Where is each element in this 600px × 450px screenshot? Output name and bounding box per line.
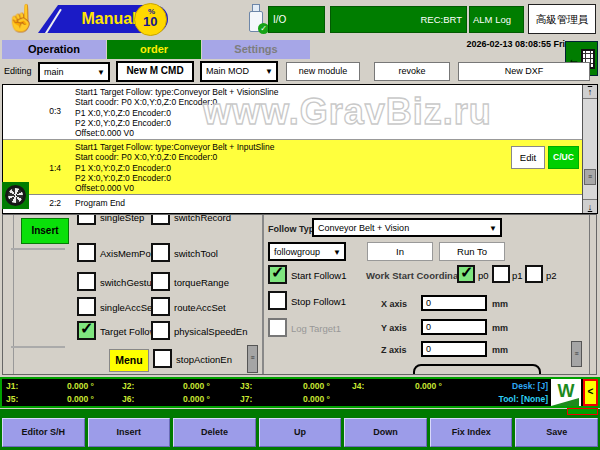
checkbox-label: switchRecord bbox=[174, 214, 231, 223]
program-row-text: Program End bbox=[75, 198, 125, 208]
scroll-bottom-button[interactable]: ↓ bbox=[583, 199, 597, 213]
down-button[interactable]: Down bbox=[344, 418, 427, 447]
x-axis-input[interactable]: 0 bbox=[421, 295, 487, 311]
checkbox-stop-follow[interactable] bbox=[268, 291, 287, 310]
fix-index-button[interactable]: Fix Index bbox=[430, 418, 513, 447]
z-axis-input[interactable]: 0 bbox=[421, 341, 487, 357]
tab-operation[interactable]: Operation bbox=[2, 40, 106, 59]
checkbox-p0[interactable]: ✓ bbox=[457, 265, 475, 283]
program-list: 0:3 Start1 Target Follow: type:Conveyor … bbox=[2, 84, 598, 214]
speed-badge[interactable]: % 10 bbox=[134, 3, 167, 36]
checkbox-p1[interactable] bbox=[492, 265, 510, 283]
edit-button[interactable]: Edit bbox=[511, 146, 545, 169]
checkbox-p2[interactable] bbox=[525, 265, 543, 283]
checkbox-torquerange[interactable] bbox=[151, 272, 170, 291]
module-select[interactable]: Main MOD ▼ bbox=[200, 61, 278, 82]
program-select-value: main bbox=[44, 67, 64, 77]
chevron-down-icon: ▼ bbox=[333, 248, 341, 257]
joint-label: J4: bbox=[352, 381, 364, 391]
admin-level-button[interactable]: 高級管理員 bbox=[528, 4, 596, 34]
menu-button[interactable]: Menu bbox=[109, 349, 149, 372]
checkbox-targetfollow[interactable]: ✓ bbox=[77, 321, 96, 340]
scrollbar-thumb[interactable]: ≡ bbox=[247, 345, 258, 373]
program-row-selected[interactable]: 1:4 Start1 Target Follow: type:Conveyor … bbox=[3, 139, 582, 195]
new-m-cmd-button[interactable]: New M CMD bbox=[116, 61, 194, 82]
checkbox-label: routeAccSet bbox=[174, 302, 226, 313]
hand-pointer-icon: ☝ bbox=[5, 3, 37, 34]
datetime-label: 2026-02-13 08:08:55 Fri bbox=[410, 39, 565, 49]
alarm-log-button[interactable]: ALM Log bbox=[469, 6, 524, 33]
y-axis-unit: mm bbox=[492, 323, 508, 333]
divider bbox=[262, 215, 264, 375]
checkbox-label: Target Follow bbox=[100, 326, 157, 337]
tab-settings[interactable]: Settings bbox=[202, 40, 310, 59]
joint-label: J7: bbox=[240, 394, 252, 404]
io-button[interactable]: I/O bbox=[268, 6, 325, 33]
program-row-index: 1:4 bbox=[33, 163, 61, 173]
speed-value: 10 bbox=[143, 15, 166, 28]
x-axis-label: X axis bbox=[381, 299, 407, 309]
checkbox-singleaccset[interactable] bbox=[77, 297, 96, 316]
start-follow-label: Start Follow1 bbox=[291, 270, 346, 281]
clipped-next-field bbox=[413, 364, 541, 375]
joint-label: J5: bbox=[6, 394, 18, 404]
checkbox-axismempos[interactable] bbox=[77, 243, 96, 262]
program-row[interactable]: 2:2 Program End bbox=[3, 195, 582, 213]
logo-letter: W bbox=[551, 379, 581, 403]
scrollbar-thumb[interactable]: ≡ bbox=[571, 341, 582, 367]
stop-follow-label: Stop Follow1 bbox=[291, 296, 346, 307]
tool-status: Tool: [None] bbox=[438, 394, 548, 404]
p2-label: p2 bbox=[546, 270, 557, 281]
insert-button[interactable]: Insert bbox=[88, 418, 171, 447]
program-row-text: Start1 Target Follow: type:Conveyor Belt… bbox=[75, 142, 274, 193]
bottom-toolbar: Editor S/H Insert Delete Up Down Fix Ind… bbox=[0, 415, 600, 450]
brand-logo: W bbox=[551, 379, 581, 406]
scrollbar-thumb[interactable]: ≡ bbox=[584, 169, 596, 185]
checkbox-switchtool[interactable] bbox=[151, 243, 170, 262]
program-list-scrollbar[interactable]: ↑ ≡ ↓ bbox=[582, 85, 597, 213]
collapse-panel-button[interactable]: < bbox=[583, 379, 598, 406]
delete-button[interactable]: Delete bbox=[173, 418, 256, 447]
checkbox-log-target[interactable] bbox=[268, 318, 287, 337]
checkbox-routeaccset[interactable] bbox=[151, 297, 170, 316]
follow-group-value: followgroup bbox=[274, 247, 320, 257]
joint-value: 0.000 ° bbox=[258, 394, 330, 404]
z-axis-unit: mm bbox=[492, 345, 508, 355]
y-axis-input[interactable]: 0 bbox=[421, 319, 487, 335]
scroll-top-button[interactable]: ↑ bbox=[583, 85, 597, 99]
checkbox-label: switchTool bbox=[174, 248, 218, 259]
save-button[interactable]: Save bbox=[515, 418, 598, 447]
tab-order[interactable]: order bbox=[107, 40, 201, 59]
run-to-button[interactable]: Run To bbox=[439, 242, 505, 261]
in-button[interactable]: In bbox=[367, 242, 433, 261]
divider bbox=[13, 215, 14, 375]
checkbox-switchgesture[interactable] bbox=[77, 272, 96, 291]
revoke-button[interactable]: revoke bbox=[374, 62, 450, 81]
check-icon: ✓ bbox=[460, 263, 473, 282]
new-module-button[interactable]: new module bbox=[286, 62, 360, 81]
joint-label: J3: bbox=[240, 381, 252, 391]
checkbox-switchrecord[interactable] bbox=[151, 214, 170, 225]
checkbox-stopactionen[interactable] bbox=[153, 349, 172, 368]
checkbox-label: physicalSpeedEn bbox=[174, 326, 247, 337]
new-dxf-button[interactable]: New DXF bbox=[458, 62, 590, 81]
chevron-down-icon: ▼ bbox=[489, 224, 497, 233]
up-button[interactable]: Up bbox=[259, 418, 342, 447]
checkbox-start-follow[interactable]: ✓ bbox=[268, 265, 287, 284]
checkbox-physicalspeeden[interactable] bbox=[151, 321, 170, 340]
program-row-index: 0:3 bbox=[33, 106, 61, 116]
follow-group-select[interactable]: followgroup ▼ bbox=[268, 242, 346, 261]
divider bbox=[11, 346, 65, 348]
rec-button[interactable]: REC:BRT bbox=[330, 6, 467, 33]
follow-type-select[interactable]: Conveyor Belt + Vision ▼ bbox=[312, 218, 502, 237]
y-axis-label: Y axis bbox=[381, 323, 407, 333]
joint-label: J2: bbox=[122, 381, 134, 391]
follow-type-value: Conveyor Belt + Vision bbox=[318, 223, 409, 233]
wheel-icon[interactable] bbox=[2, 182, 29, 209]
divider-strip-highlight bbox=[567, 408, 598, 415]
program-select[interactable]: main ▼ bbox=[38, 62, 110, 82]
editor-sh-button[interactable]: Editor S/H bbox=[2, 418, 85, 447]
checkbox-singlestep[interactable] bbox=[77, 214, 96, 225]
insert-command-button[interactable]: Insert bbox=[21, 218, 69, 244]
cuc-button[interactable]: C/UC bbox=[548, 146, 579, 169]
